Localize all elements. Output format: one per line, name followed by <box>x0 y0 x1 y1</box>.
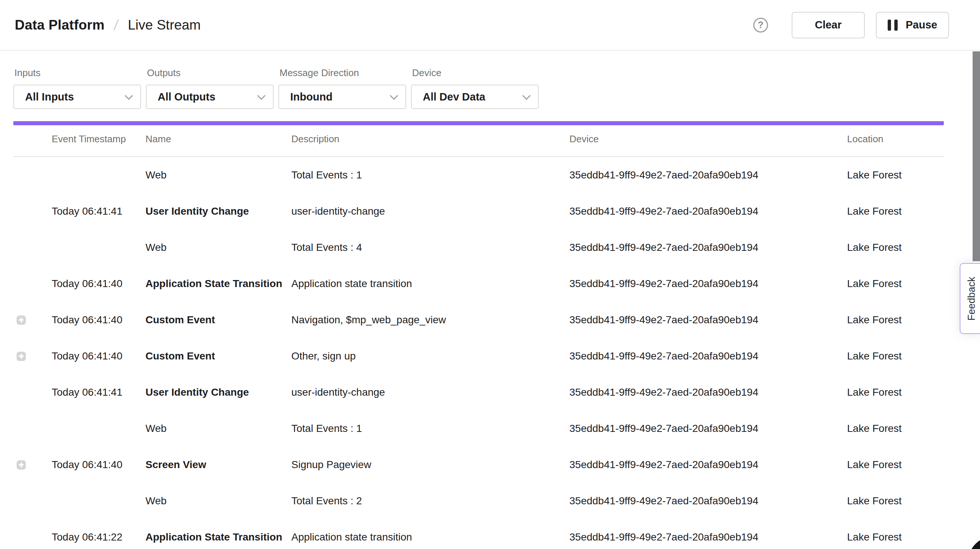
cell-device: 35eddb41-9ff9-49e2-7aed-20afa90eb194 <box>570 483 846 519</box>
table-row[interactable]: Web Total Events : 1 35eddb41-9ff9-49e2-… <box>13 157 944 193</box>
table-row[interactable]: Today 06:41:41 User Identity Change user… <box>13 374 944 410</box>
table-row[interactable]: Today 06:41:22 Application State Transit… <box>13 519 944 549</box>
cell-event-timestamp: Today 06:41:41 <box>52 193 144 230</box>
cell-event-timestamp: Today 06:41:41 <box>52 374 144 410</box>
device-dropdown-value: All Dev Data <box>423 91 485 103</box>
filter-device-label: Device <box>411 67 539 79</box>
cell-location: Lake Forest <box>847 447 943 483</box>
table-row[interactable]: Today 06:41:40 Screen View Signup Pagevi… <box>13 447 944 483</box>
cell-description: Application state transition <box>291 519 568 549</box>
cell-event-timestamp: Today 06:41:22 <box>52 519 144 549</box>
filter-message-direction-label: Message Direction <box>278 67 406 79</box>
expand-plus-icon[interactable] <box>17 316 26 325</box>
device-dropdown[interactable]: All Dev Data <box>411 85 539 109</box>
cell-location: Lake Forest <box>847 193 943 230</box>
chevron-down-icon <box>390 92 398 100</box>
filter-message-direction: Message Direction Inbound <box>278 67 406 109</box>
inputs-dropdown-value: All Inputs <box>25 91 74 103</box>
feedback-tab[interactable]: Feedback <box>960 263 980 334</box>
chevron-down-icon <box>522 92 531 100</box>
cell-description: Application state transition <box>291 266 568 302</box>
cell-location: Lake Forest <box>847 374 943 410</box>
table-row[interactable]: Web Total Events : 2 35eddb41-9ff9-49e2-… <box>13 483 944 519</box>
cell-device: 35eddb41-9ff9-49e2-7aed-20afa90eb194 <box>570 447 846 483</box>
cell-device: 35eddb41-9ff9-49e2-7aed-20afa90eb194 <box>570 302 846 338</box>
cell-location: Lake Forest <box>847 266 943 302</box>
breadcrumb-separator: / <box>113 17 119 33</box>
cell-location: Lake Forest <box>847 483 943 519</box>
cell-description: Total Events : 1 <box>291 157 568 193</box>
cell-name: Web <box>145 157 290 193</box>
outputs-dropdown-value: All Outputs <box>158 91 215 103</box>
cell-device: 35eddb41-9ff9-49e2-7aed-20afa90eb194 <box>570 338 846 374</box>
chevron-down-icon <box>125 92 133 100</box>
table-body: Web Total Events : 1 35eddb41-9ff9-49e2-… <box>0 157 980 549</box>
cell-name: Custom Event <box>145 338 290 374</box>
cell-device: 35eddb41-9ff9-49e2-7aed-20afa90eb194 <box>570 193 846 230</box>
cell-description: Total Events : 4 <box>291 230 568 266</box>
cell-description: Total Events : 1 <box>291 410 568 447</box>
expand-plus-icon[interactable] <box>17 460 26 469</box>
table-row[interactable]: Web Total Events : 4 35eddb41-9ff9-49e2-… <box>13 230 944 266</box>
column-header-expand <box>17 125 50 156</box>
breadcrumb-section[interactable]: Data Platform <box>15 18 105 33</box>
cell-event-timestamp: Today 06:41:40 <box>52 266 144 302</box>
cell-device: 35eddb41-9ff9-49e2-7aed-20afa90eb194 <box>570 266 846 302</box>
message-direction-dropdown[interactable]: Inbound <box>278 85 406 109</box>
table-row[interactable]: Today 06:41:40 Application State Transit… <box>13 266 944 302</box>
cell-location: Lake Forest <box>847 519 943 549</box>
cell-description: Total Events : 2 <box>291 483 568 519</box>
cell-location: Lake Forest <box>847 302 943 338</box>
cell-event-timestamp <box>52 157 144 193</box>
cell-description: user-identity-change <box>291 374 568 410</box>
column-header-name: Name <box>145 125 290 156</box>
live-stream-progress-bar <box>13 121 944 125</box>
cell-description: Navigation, $mp_web_page_view <box>291 302 568 338</box>
pause-button[interactable]: Pause <box>876 12 949 38</box>
table-row[interactable]: Today 06:41:40 Custom Event Other, sign … <box>13 338 944 374</box>
pause-button-label: Pause <box>906 19 937 31</box>
cell-device: 35eddb41-9ff9-49e2-7aed-20afa90eb194 <box>570 374 846 410</box>
filter-outputs-label: Outputs <box>146 67 274 79</box>
cell-location: Lake Forest <box>847 338 943 374</box>
cell-event-timestamp <box>52 410 144 447</box>
vertical-scrollbar[interactable] <box>973 51 980 261</box>
filter-inputs: Inputs All Inputs <box>13 67 141 109</box>
column-header-event-timestamp: Event Timestamp <box>52 125 144 156</box>
cell-device: 35eddb41-9ff9-49e2-7aed-20afa90eb194 <box>570 410 846 447</box>
help-icon[interactable]: ? <box>753 18 768 32</box>
table-header-row: Event Timestamp Name Description Device … <box>13 125 944 157</box>
inputs-dropdown[interactable]: All Inputs <box>13 85 141 109</box>
cell-location: Lake Forest <box>847 410 943 447</box>
breadcrumb: Data Platform / Live Stream <box>15 17 201 33</box>
chevron-down-icon <box>258 92 266 100</box>
filter-inputs-label: Inputs <box>13 67 141 79</box>
table-row[interactable]: Today 06:41:41 User Identity Change user… <box>13 193 944 230</box>
table-row[interactable]: Web Total Events : 1 35eddb41-9ff9-49e2-… <box>13 410 944 447</box>
cell-device: 35eddb41-9ff9-49e2-7aed-20afa90eb194 <box>570 230 846 266</box>
cell-device: 35eddb41-9ff9-49e2-7aed-20afa90eb194 <box>570 519 846 549</box>
clear-button[interactable]: Clear <box>792 12 865 38</box>
cell-device: 35eddb41-9ff9-49e2-7aed-20afa90eb194 <box>570 157 846 193</box>
cell-location: Lake Forest <box>847 157 943 193</box>
page-title: Live Stream <box>128 18 200 33</box>
cell-event-timestamp <box>52 483 144 519</box>
cell-name: Screen View <box>145 447 290 483</box>
cell-name: Web <box>145 230 290 266</box>
expand-plus-icon[interactable] <box>17 352 26 361</box>
cell-name: Web <box>145 483 290 519</box>
message-direction-dropdown-value: Inbound <box>290 91 332 103</box>
header-actions: ? Clear Pause <box>753 12 949 38</box>
outputs-dropdown[interactable]: All Outputs <box>146 85 274 109</box>
app-header: Data Platform / Live Stream ? Clear Paus… <box>0 0 980 51</box>
cell-description: Other, sign up <box>291 338 568 374</box>
column-header-location: Location <box>847 125 943 156</box>
pause-icon <box>888 19 898 31</box>
table-row[interactable]: Today 06:41:40 Custom Event Navigation, … <box>13 302 944 338</box>
cell-location: Lake Forest <box>847 230 943 266</box>
cell-name: User Identity Change <box>145 193 290 230</box>
feedback-tab-label: Feedback <box>966 277 977 321</box>
cell-event-timestamp: Today 06:41:40 <box>52 338 144 374</box>
cell-name: Application State Transition <box>145 519 290 549</box>
cell-event-timestamp <box>52 230 144 266</box>
